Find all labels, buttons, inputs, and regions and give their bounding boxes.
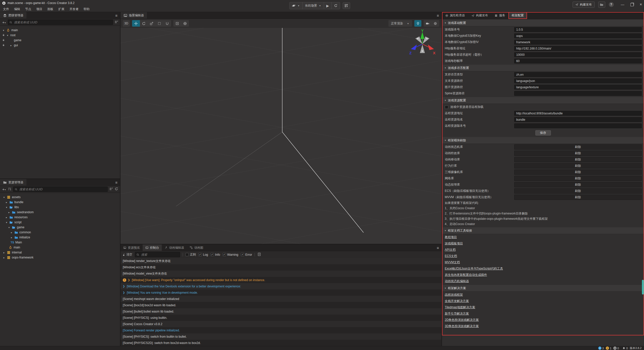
tree-node-gui[interactable]: ▸ gui xyxy=(0,43,120,48)
log-row[interactable]: [Window] model_view文件夹存在 xyxy=(120,271,441,277)
remove-camera3d-button[interactable]: 剔除 xyxy=(514,169,642,175)
hierarchy-search-input[interactable] xyxy=(14,20,111,24)
menu-project[interactable]: 项目 xyxy=(34,6,45,12)
asset-node-initialize[interactable]: ▸ initialize xyxy=(0,235,120,240)
link-anim-state-editor[interactable]: 动画状态机编辑器 xyxy=(442,278,644,284)
checkbox-unchecked[interactable] xyxy=(185,253,189,256)
link-excel-tool[interactable]: Excel格式转Json文件与TypeScript代码工具 xyxy=(442,266,644,272)
chevron-right-icon[interactable]: ▸ xyxy=(10,231,13,234)
tab-services[interactable]: 服务 xyxy=(491,12,508,19)
crypto-iv-input[interactable] xyxy=(514,40,642,45)
log-row[interactable]: [Scene] [PHYSICS]: using builtin. xyxy=(120,315,441,321)
scene-panel-menu-icon[interactable]: ≡ xyxy=(434,12,441,19)
rect-tool-button[interactable] xyxy=(155,20,163,27)
chevron-right-icon[interactable]: ▸ xyxy=(5,216,8,219)
toggle-3d-button[interactable]: 3D xyxy=(123,20,130,27)
remove-ecs-button[interactable]: 剔除 xyxy=(514,188,642,194)
link-template-project[interactable]: 游戏模板项目 xyxy=(442,240,644,247)
chevron-down-icon[interactable]: ▾ xyxy=(6,34,9,37)
console-search-input[interactable] xyxy=(141,253,179,257)
chevron-down-icon[interactable]: ▾ xyxy=(5,221,8,224)
scale-tool-button[interactable] xyxy=(148,20,155,27)
chevron-right-icon[interactable]: ▸ xyxy=(10,44,13,47)
render-mode-select[interactable]: 正常渲染 ▾ xyxy=(388,20,412,27)
preview-layout-button[interactable] xyxy=(343,2,350,9)
tab-animation-editor[interactable]: 动画编辑器 xyxy=(162,244,187,251)
lang-texture-path-input[interactable] xyxy=(514,85,642,90)
assets-search[interactable] xyxy=(13,187,108,192)
scene-settings-button[interactable] xyxy=(431,20,439,27)
remove-anim-state-button[interactable]: 剔除 xyxy=(514,144,642,150)
section-solutions[interactable]: ▾ 框架解决方案 xyxy=(442,285,644,292)
play-button[interactable]: ▶ xyxy=(324,2,332,9)
link-tutorial-project[interactable]: 教程项目 xyxy=(442,234,644,240)
regex-checkbox[interactable]: 正则 xyxy=(185,252,196,257)
link-hotupdate-plugin[interactable]: 原生包热更新配置自动生成插件 xyxy=(442,272,644,278)
open-project-folder-button[interactable] xyxy=(598,2,605,8)
assets-refresh-button[interactable] xyxy=(114,187,118,192)
lock-icon[interactable] xyxy=(2,43,5,47)
status-errors[interactable]: × 0 xyxy=(613,346,619,350)
filter-log-checkbox[interactable]: Log xyxy=(198,253,208,256)
section-language-config[interactable]: ▾ 游戏多语言配置 xyxy=(442,65,644,71)
move-tool-button[interactable] xyxy=(132,20,140,27)
filter-info-checkbox[interactable]: Info xyxy=(211,253,220,256)
chevron-down-icon[interactable]: ▾ xyxy=(3,196,6,199)
close-button[interactable]: × xyxy=(640,2,642,7)
remove-behavior-button[interactable]: 剔除 xyxy=(514,163,642,168)
console-panel-menu-icon[interactable]: ≡ xyxy=(434,244,441,251)
log-row[interactable]: [Scene] Cocos Creator v3.8.2 xyxy=(120,321,441,327)
menu-developer[interactable]: 开发者 xyxy=(67,6,81,12)
lock-icon[interactable] xyxy=(2,33,5,36)
reload-button[interactable] xyxy=(332,2,340,9)
asset-node-oops-framework[interactable]: ▸ oops-framework xyxy=(0,255,120,260)
checkbox-checked[interactable] xyxy=(211,253,214,256)
scene-select[interactable]: 当前场景 ▾ xyxy=(303,2,324,9)
tree-node-main[interactable]: ▾ main xyxy=(0,28,120,33)
http-timeout-input[interactable] xyxy=(514,52,642,57)
help-button[interactable]: ? xyxy=(609,2,614,7)
checkbox-checked[interactable] xyxy=(223,253,226,256)
languages-input[interactable] xyxy=(514,72,642,77)
chevron-down-icon[interactable]: ▾ xyxy=(5,206,8,209)
filter-error-checkbox[interactable]: Error xyxy=(241,253,252,256)
log-row-info[interactable]: [Scene] Forward render pipeline initiali… xyxy=(120,327,441,333)
scene-viewport[interactable]: Y X Z xyxy=(120,28,441,244)
tab-framework-config[interactable]: 框架配置 xyxy=(508,12,527,19)
link-3d-rpg-solution[interactable]: 3D角色扮演游戏解决方案 xyxy=(442,323,644,329)
link-tiledmap-solution[interactable]: Tiledmap地图解决方案 xyxy=(442,304,644,311)
menu-panel[interactable]: 面板 xyxy=(45,6,56,12)
menu-extension[interactable]: 扩展 xyxy=(56,6,67,12)
console-search[interactable] xyxy=(135,252,180,257)
link-ecs-docs[interactable]: ECS文档 xyxy=(442,253,644,259)
hierarchy-search[interactable] xyxy=(8,20,113,25)
menu-help[interactable]: 帮助 xyxy=(81,6,92,12)
asset-node-bundle[interactable]: ▸ bundle xyxy=(0,200,120,205)
lang-json-path-input[interactable] xyxy=(514,78,642,83)
chevron-right-icon[interactable]: ▸ xyxy=(8,211,11,214)
spine-path-input[interactable] xyxy=(514,91,642,96)
hierarchy-panel-menu-icon[interactable]: ≡ xyxy=(113,12,120,19)
create-node-button[interactable]: +▾ xyxy=(2,21,6,24)
chevron-right-icon[interactable]: ❯ xyxy=(128,279,130,281)
asset-node-libs[interactable]: ▾ libs xyxy=(0,205,120,210)
game-version-input[interactable] xyxy=(514,27,642,32)
tab-hierarchy[interactable]: 层级管理器 xyxy=(0,12,26,19)
asset-node-assets[interactable]: ▾ assets xyxy=(0,195,120,200)
log-row[interactable]: [Scene] meshopt wasm decoder initialized xyxy=(120,296,441,302)
asset-node-game[interactable]: ▾ game xyxy=(0,225,120,230)
asset-node-script[interactable]: ▾ script xyxy=(0,220,120,225)
assets-sort-button[interactable] xyxy=(8,187,12,192)
remove-anim-effect-button[interactable]: 剔除 xyxy=(514,151,642,156)
status-info[interactable]: i 3 xyxy=(598,346,604,350)
http-server-input[interactable] xyxy=(514,46,642,51)
filter-warning-checkbox[interactable]: Warning xyxy=(223,253,238,256)
link-fullstack-solution[interactable]: 全栈开发解决方案 xyxy=(442,298,644,304)
pivot-toggle-button[interactable] xyxy=(173,20,181,27)
menu-node[interactable]: 节点 xyxy=(23,6,34,12)
link-strategy-framework[interactable]: 战棋游戏框架 xyxy=(442,292,644,298)
tab-console[interactable]: 控制台 xyxy=(143,244,162,251)
asset-node-internal[interactable]: ▸ internal xyxy=(0,250,120,255)
log-row[interactable]: [Scene] [PHYSICS]: switch from builtin t… xyxy=(120,333,441,340)
chevron-right-icon[interactable]: ▸ xyxy=(10,236,13,239)
